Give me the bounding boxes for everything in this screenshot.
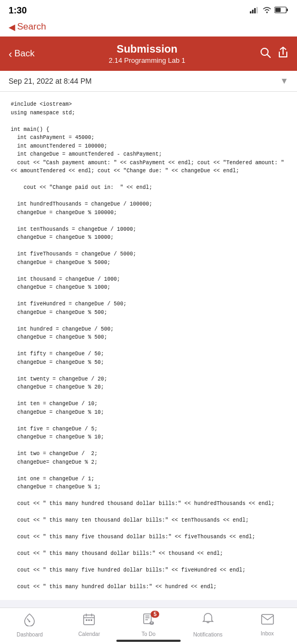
svg-text:+: +: [151, 621, 153, 625]
submission-title: Submission: [109, 43, 185, 55]
search-back-chevron: ◀: [9, 22, 15, 32]
code-section-1: #include <iostream> using namespace std;…: [0, 92, 297, 600]
nav-calendar-label: Calendar: [78, 631, 100, 637]
dashboard-icon: [23, 612, 36, 630]
back-button[interactable]: ‹ Back: [9, 48, 34, 60]
signal-icon: [250, 7, 259, 15]
code-block-1: #include <iostream> using namespace std;…: [11, 100, 286, 591]
share-icon[interactable]: [278, 47, 288, 61]
svg-rect-0: [250, 11, 251, 13]
battery-icon: [274, 6, 288, 15]
search-icon[interactable]: [259, 47, 271, 61]
header-actions: [259, 47, 288, 61]
todo-icon: 5 +: [142, 613, 155, 629]
date-chevron-icon: ▼: [280, 76, 288, 86]
nav-dashboard-label: Dashboard: [17, 632, 43, 638]
status-icons: [250, 6, 288, 15]
bottom-nav: Dashboard Calendar 5: [0, 608, 297, 644]
calendar-icon: [83, 613, 95, 629]
svg-rect-1: [252, 10, 254, 13]
todo-badge: 5: [151, 611, 159, 618]
svg-rect-3: [256, 7, 258, 13]
nav-notifications-label: Notifications: [194, 632, 222, 638]
status-bar: 1:30: [0, 0, 297, 19]
nav-todo[interactable]: 5 + To Do: [132, 613, 165, 637]
nav-notifications[interactable]: Notifications: [192, 612, 224, 638]
svg-line-9: [268, 54, 271, 57]
date-row: Sep 21, 2022 at 8:44 PM ▼: [0, 71, 297, 92]
back-chevron-icon: ‹: [9, 48, 12, 60]
main-content: #include <iostream> using namespace std;…: [0, 92, 297, 644]
svg-rect-19: [145, 616, 150, 617]
date-text: Sep 21, 2022 at 8:44 PM: [9, 77, 92, 85]
status-time: 1:30: [9, 5, 27, 16]
home-indicator: [116, 640, 181, 642]
page-header: ‹ Back Submission 2.14 Programming Lab 1: [0, 36, 297, 71]
notifications-icon: [202, 612, 214, 630]
submission-subtitle: 2.14 Programming Lab 1: [109, 56, 185, 64]
svg-rect-2: [254, 8, 256, 13]
header-title-area: Submission 2.14 Programming Lab 1: [109, 43, 185, 64]
svg-rect-20: [145, 618, 150, 619]
svg-rect-7: [276, 8, 281, 12]
svg-rect-21: [145, 619, 148, 620]
inbox-icon: [261, 613, 274, 628]
nav-dashboard[interactable]: Dashboard: [13, 612, 46, 638]
svg-rect-15: [86, 619, 87, 621]
nav-inbox[interactable]: Inbox: [251, 613, 284, 636]
svg-rect-17: [91, 619, 92, 621]
svg-point-4: [266, 12, 268, 13]
svg-rect-24: [262, 614, 273, 624]
nav-calendar[interactable]: Calendar: [73, 613, 105, 637]
back-label: Back: [14, 48, 35, 59]
wifi-icon: [262, 6, 272, 15]
search-label[interactable]: Search: [17, 21, 46, 32]
search-nav: ◀ Search: [0, 19, 297, 36]
svg-rect-16: [88, 619, 90, 621]
nav-inbox-label: Inbox: [261, 631, 273, 636]
svg-point-10: [29, 621, 31, 623]
svg-rect-6: [287, 9, 288, 11]
nav-todo-label: To Do: [142, 631, 155, 637]
